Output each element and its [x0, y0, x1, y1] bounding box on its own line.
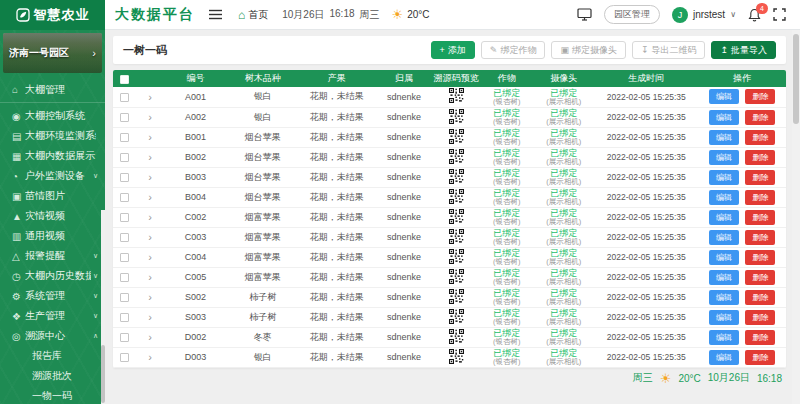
sidebar-item-alarm[interactable]: △ 报警提醒 ∨ [0, 246, 105, 266]
sidebar-item-general-video[interactable]: ▥ 通用视频 [0, 226, 105, 246]
row-checkbox[interactable] [120, 233, 129, 242]
menu-fold-icon[interactable] [209, 9, 222, 20]
sidebar-item-system-manage[interactable]: ⚙ 系统管理 ∨ [0, 286, 105, 306]
sidebar-item-history-data[interactable]: ◷ 大棚内历史数据 ∨ [0, 266, 105, 286]
edit-button[interactable]: 编辑 [709, 130, 739, 145]
edit-button[interactable]: 编辑 [709, 170, 739, 185]
delete-button[interactable]: 删除 [745, 330, 775, 345]
delete-button[interactable]: 删除 [745, 89, 775, 104]
expand-row-icon[interactable]: › [148, 251, 152, 263]
expand-row-icon[interactable]: › [148, 271, 152, 283]
delete-button[interactable]: 删除 [745, 110, 775, 125]
row-checkbox[interactable] [120, 213, 129, 222]
expand-row-icon[interactable]: › [148, 311, 152, 323]
sidebar-item-disaster-video[interactable]: ▲ 灾情视频 [0, 206, 105, 226]
monitor-icon[interactable] [577, 8, 592, 21]
row-checkbox[interactable] [120, 293, 129, 302]
qr-code-preview[interactable] [449, 309, 464, 326]
edit-button[interactable]: 编辑 [709, 350, 739, 365]
page-scrollbar-thumb[interactable] [793, 34, 799, 124]
expand-row-icon[interactable]: › [148, 191, 152, 203]
sidebar-scrollbar-thumb[interactable] [101, 345, 105, 403]
park-manage-button[interactable]: 园区管理 [604, 5, 660, 24]
edit-button[interactable]: 编辑 [709, 89, 739, 104]
qr-code-preview[interactable] [449, 88, 464, 105]
delete-button[interactable]: 删除 [745, 270, 775, 285]
delete-button[interactable]: 删除 [745, 170, 775, 185]
home-nav[interactable]: ⌂ 首页 [238, 8, 268, 22]
bind-crop-button[interactable]: ✎绑定作物 [481, 41, 546, 59]
row-checkbox[interactable] [120, 93, 129, 102]
qr-code-preview[interactable] [449, 329, 464, 346]
row-checkbox[interactable] [120, 313, 129, 322]
delete-button[interactable]: 删除 [745, 130, 775, 145]
user-menu[interactable]: J jnrstest ∨ [672, 7, 736, 23]
sidebar-subitem-report-library[interactable]: 报告库 [0, 346, 105, 366]
delete-button[interactable]: 删除 [745, 290, 775, 305]
sidebar-item-production-manage[interactable]: ❖ 生产管理 ∨ [0, 306, 105, 326]
delete-button[interactable]: 删除 [745, 210, 775, 225]
edit-button[interactable]: 编辑 [709, 310, 739, 325]
qr-code-preview[interactable] [449, 249, 464, 266]
sidebar-subitem-one-code[interactable]: 一物一码 [0, 386, 105, 404]
export-qr-button[interactable]: ↧导出二维码 [632, 41, 706, 59]
expand-row-icon[interactable]: › [148, 131, 152, 143]
park-selector[interactable]: 济南一号园区 › [3, 33, 102, 73]
edit-button[interactable]: 编辑 [709, 210, 739, 225]
expand-row-icon[interactable]: › [148, 211, 152, 223]
page-scrollbar[interactable] [792, 30, 800, 404]
qr-code-preview[interactable] [449, 169, 464, 186]
expand-row-icon[interactable]: › [148, 151, 152, 163]
edit-button[interactable]: 编辑 [709, 110, 739, 125]
row-checkbox[interactable] [120, 113, 129, 122]
expand-row-icon[interactable]: › [148, 91, 152, 103]
sidebar-scrollbar[interactable] [101, 210, 105, 404]
notifications-button[interactable]: 4 [748, 8, 761, 22]
sidebar-subitem-trace-batch[interactable]: 溯源批次 [0, 366, 105, 386]
bind-camera-button[interactable]: ▣绑定摄像头 [551, 41, 626, 59]
sidebar-item-env-monitor[interactable]: ▤ 大棚环境监测系统 [0, 126, 105, 146]
fullscreen-icon[interactable] [773, 8, 786, 21]
sidebar-item-control-system[interactable]: ◉ 大棚控制系统 [0, 106, 105, 126]
delete-button[interactable]: 删除 [745, 190, 775, 205]
expand-row-icon[interactable]: › [148, 291, 152, 303]
expand-row-icon[interactable]: › [148, 111, 152, 123]
delete-button[interactable]: 删除 [745, 250, 775, 265]
delete-button[interactable]: 删除 [745, 230, 775, 245]
sidebar-item-trace-center[interactable]: ◎ 溯源中心 ∧ [0, 326, 105, 346]
edit-button[interactable]: 编辑 [709, 190, 739, 205]
delete-button[interactable]: 删除 [745, 310, 775, 325]
row-checkbox[interactable] [120, 333, 129, 342]
delete-button[interactable]: 删除 [745, 150, 775, 165]
delete-button[interactable]: 删除 [745, 350, 775, 365]
row-checkbox[interactable] [120, 253, 129, 262]
edit-button[interactable]: 编辑 [709, 330, 739, 345]
expand-row-icon[interactable]: › [148, 171, 152, 183]
sidebar-item-outdoor-devices[interactable]: ◔ 户外监测设备 ∨ [0, 166, 105, 186]
select-all-checkbox[interactable] [120, 75, 129, 84]
row-checkbox[interactable] [120, 133, 129, 142]
edit-button[interactable]: 编辑 [709, 250, 739, 265]
row-checkbox[interactable] [120, 173, 129, 182]
row-checkbox[interactable] [120, 153, 129, 162]
expand-row-icon[interactable]: › [148, 331, 152, 343]
qr-code-preview[interactable] [449, 209, 464, 226]
expand-row-icon[interactable]: › [148, 231, 152, 243]
edit-button[interactable]: 编辑 [709, 270, 739, 285]
qr-code-preview[interactable] [449, 269, 464, 286]
sidebar-item-greenhouse-manage[interactable]: ⌂ 大棚管理 [0, 77, 105, 103]
edit-button[interactable]: 编辑 [709, 290, 739, 305]
edit-button[interactable]: 编辑 [709, 230, 739, 245]
row-checkbox[interactable] [120, 193, 129, 202]
edit-button[interactable]: 编辑 [709, 150, 739, 165]
qr-code-preview[interactable] [449, 129, 464, 146]
expand-row-icon[interactable]: › [148, 351, 152, 363]
qr-code-preview[interactable] [449, 229, 464, 246]
batch-import-button[interactable]: ↥批量导入 [711, 41, 776, 59]
qr-code-preview[interactable] [449, 109, 464, 126]
row-checkbox[interactable] [120, 273, 129, 282]
row-checkbox[interactable] [120, 353, 129, 362]
qr-code-preview[interactable] [449, 149, 464, 166]
sidebar-item-data-display[interactable]: ▦ 大棚内数据展示 [0, 146, 105, 166]
qr-code-preview[interactable] [449, 349, 464, 366]
